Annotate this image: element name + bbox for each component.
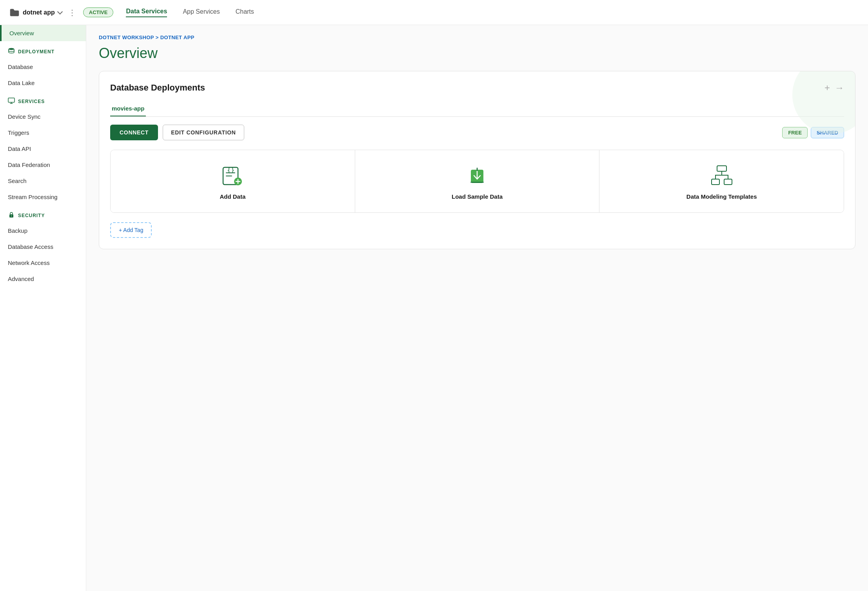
svg-rect-10 [724,179,732,185]
option-load-sample-data[interactable]: Load Sample Data [355,150,600,212]
breadcrumb-separator: > [156,34,160,40]
sidebar-item-triggers[interactable]: Triggers [0,125,86,141]
card-header: Database Deployments + → [110,82,844,93]
svg-rect-1 [8,98,15,102]
security-header-label: SECURITY [18,213,45,218]
connect-button[interactable]: CONNECT [110,125,158,140]
deployment-header-label: DEPLOYMENT [18,49,54,54]
edit-configuration-button[interactable]: EDIT CONFIGURATION [163,125,244,140]
btn-row: CONNECT EDIT CONFIGURATION FREE SHARED [110,125,844,140]
sidebar-item-database[interactable]: Database [0,59,86,75]
dots-menu[interactable]: ⋮ [68,8,77,17]
svg-text:{}: {} [227,166,234,174]
breadcrumb-org: DOTNET WORKSHOP [99,34,154,40]
layout: Overview DEPLOYMENT Database Data Lake [0,25,868,591]
sidebar-item-data-federation[interactable]: Data Federation [0,157,86,173]
data-modeling-templates-icon [709,163,734,188]
sidebar-item-data-api[interactable]: Data API [0,141,86,157]
options-grid: {} Add Data Load Sample Data [110,150,844,213]
sidebar-item-advanced[interactable]: Advanced [0,271,86,287]
sidebar-item-search[interactable]: Search [0,173,86,189]
sidebar-item-database-access[interactable]: Database Access [0,239,86,255]
main-content: DOTNET WORKSHOP > DOTNET APP Overview Da… [86,25,868,591]
overview-label: Overview [9,30,34,36]
app-title-group: dotnet app [9,8,62,17]
folder-icon [9,8,20,17]
card-tabs: movies-app [110,101,844,117]
add-tag-button[interactable]: + Add Tag [110,222,152,238]
sidebar-item-overview[interactable]: Overview [0,25,86,41]
free-badge: FREE [782,127,808,138]
sidebar-item-network-access[interactable]: Network Access [0,255,86,271]
add-data-icon: {} [220,163,245,188]
load-sample-data-icon [465,163,490,188]
tab-data-services[interactable]: Data Services [126,8,167,17]
database-section-icon [8,47,15,56]
top-nav: dotnet app ⋮ ACTIVE Data Services App Se… [0,0,868,25]
sidebar-section-services: SERVICES [0,91,86,109]
sidebar-section-security: SECURITY [0,205,86,223]
add-deployment-button[interactable]: + [824,82,830,93]
breadcrumb: DOTNET WORKSHOP > DOTNET APP [99,34,855,40]
card-title: Database Deployments [110,83,205,93]
database-deployments-card: Database Deployments + → movies-app CONN… [99,71,855,249]
btn-left-group: CONNECT EDIT CONFIGURATION [110,125,244,140]
sidebar: Overview DEPLOYMENT Database Data Lake [0,25,86,591]
active-badge: ACTIVE [83,7,114,17]
nav-tabs: Data Services App Services Charts [126,8,254,17]
monitor-section-icon [8,97,15,105]
page-title: Overview [99,45,855,62]
svg-point-0 [9,48,14,50]
card-actions: + → [824,82,844,93]
option-add-data[interactable]: {} Add Data [111,150,355,212]
chevron-down-icon[interactable] [57,9,63,14]
svg-rect-8 [717,166,726,171]
svg-point-3 [11,216,12,216]
option-data-modeling-templates[interactable]: Data Modeling Templates [599,150,844,212]
sidebar-section-deployment: DEPLOYMENT [0,41,86,59]
app-name: dotnet app [23,9,55,16]
tab-app-services[interactable]: App Services [183,8,220,17]
svg-rect-9 [712,179,719,185]
services-header-label: SERVICES [18,99,45,104]
tab-movies-app[interactable]: movies-app [110,101,146,116]
sidebar-item-stream-processing[interactable]: Stream Processing [0,189,86,205]
sidebar-item-device-sync[interactable]: Device Sync [0,109,86,125]
sidebar-item-backup[interactable]: Backup [0,223,86,239]
lock-section-icon [8,211,15,219]
data-modeling-templates-label: Data Modeling Templates [686,193,757,200]
breadcrumb-app: DOTNET APP [160,34,194,40]
load-sample-data-label: Load Sample Data [452,193,503,200]
add-data-label: Add Data [220,193,245,200]
navigate-deployments-button[interactable]: → [835,82,844,93]
tab-charts[interactable]: Charts [236,8,254,17]
sidebar-item-data-lake[interactable]: Data Lake [0,75,86,91]
